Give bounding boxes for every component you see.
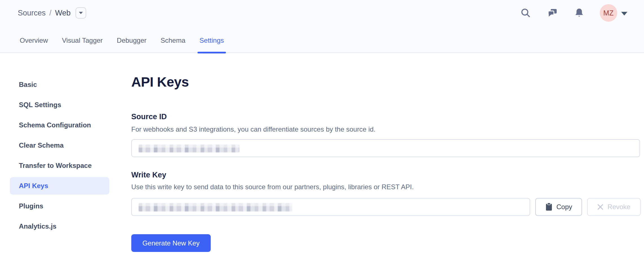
sidebar-item-schema-configuration[interactable]: Schema Configuration: [10, 116, 109, 134]
avatar[interactable]: MZ: [600, 4, 617, 22]
sidebar-item-transfer-to-workspace[interactable]: Transfer to Workspace: [10, 157, 109, 174]
sidebar-item-analytics-js[interactable]: Analytics.js: [10, 218, 109, 235]
source-switcher-dropdown-button[interactable]: [75, 7, 86, 19]
chevron-down-icon: [79, 12, 83, 14]
write-key-masked-value: [139, 203, 292, 211]
sidebar-item-sql-settings[interactable]: SQL Settings: [10, 96, 109, 114]
sidebar-item-api-keys[interactable]: API Keys: [10, 177, 109, 195]
chat-button[interactable]: [547, 8, 558, 18]
revoke-button-label: Revoke: [607, 203, 630, 211]
search-icon: [521, 8, 531, 18]
notifications-button[interactable]: [574, 8, 584, 18]
tab-overview[interactable]: Overview: [18, 33, 50, 53]
tab-visual-tagger[interactable]: Visual Tagger: [60, 33, 105, 53]
source-id-title: Source ID: [131, 112, 167, 121]
tab-settings[interactable]: Settings: [197, 33, 226, 53]
top-header: Sources / Web: [0, 0, 644, 53]
write-key-title: Write Key: [131, 171, 166, 179]
clipboard-icon: [545, 203, 553, 211]
source-id-field[interactable]: [131, 139, 640, 157]
breadcrumb-sources-link[interactable]: Sources: [18, 9, 46, 17]
sidebar-item-basic[interactable]: Basic: [10, 76, 109, 93]
user-menu-chevron-icon[interactable]: [621, 12, 627, 15]
generate-new-key-label: Generate New Key: [143, 239, 200, 247]
write-key-description: Use this write key to send data to this …: [131, 183, 414, 191]
tab-debugger[interactable]: Debugger: [115, 33, 148, 53]
write-key-field[interactable]: [131, 198, 530, 216]
tab-schema[interactable]: Schema: [159, 33, 187, 53]
x-icon: [597, 204, 603, 210]
search-button[interactable]: [521, 8, 531, 18]
copy-button-label: Copy: [556, 203, 572, 211]
page-title: API Keys: [131, 74, 189, 90]
copy-button[interactable]: Copy: [535, 198, 582, 216]
sidebar-item-plugins[interactable]: Plugins: [10, 197, 109, 215]
header-actions: MZ: [521, 0, 627, 26]
source-id-masked-value: [139, 145, 239, 152]
revoke-button[interactable]: Revoke: [587, 198, 641, 216]
chat-icon: [547, 8, 558, 18]
settings-sidebar: Basic SQL Settings Schema Configuration …: [10, 76, 109, 235]
generate-new-key-button[interactable]: Generate New Key: [131, 234, 211, 252]
sidebar-item-clear-schema[interactable]: Clear Schema: [10, 137, 109, 154]
breadcrumb-separator: /: [49, 9, 52, 17]
source-id-description: For webhooks and S3 integrations, you ca…: [131, 125, 376, 133]
bell-icon: [574, 8, 584, 18]
breadcrumb-current-source: Web: [55, 9, 71, 17]
breadcrumb: Sources / Web: [18, 0, 86, 26]
source-tabs: Overview Visual Tagger Debugger Schema S…: [18, 33, 226, 53]
